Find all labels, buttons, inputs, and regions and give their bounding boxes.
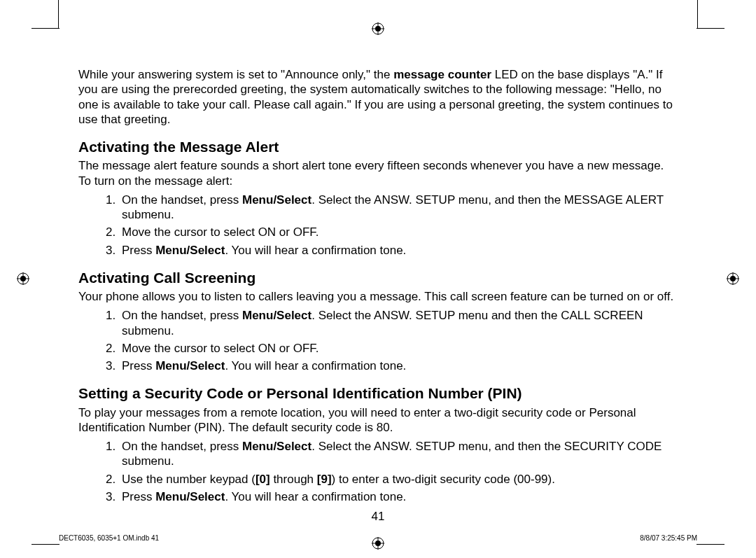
section-intro: The message alert feature sounds a short…	[78, 158, 678, 188]
page: While your answering system is set to "A…	[0, 0, 756, 558]
section-heading-call-screening: Activating Call Screening	[78, 269, 678, 287]
text: Press	[122, 490, 155, 503]
steps-list: On the handset, press Menu/Select. Selec…	[78, 308, 678, 373]
bold-text: Menu/Select	[242, 440, 312, 453]
text: While your answering system is set to "A…	[78, 68, 393, 81]
page-number: 41	[0, 509, 756, 524]
text: . You will hear a confirmation tone.	[225, 490, 406, 503]
step: Press Menu/Select. You will hear a confi…	[119, 489, 678, 504]
step: On the handset, press Menu/Select. Selec…	[119, 193, 678, 223]
crop-mark	[31, 544, 59, 545]
crop-mark	[697, 0, 698, 28]
section-heading-message-alert: Activating the Message Alert	[78, 138, 678, 156]
text: Press	[122, 359, 155, 372]
footer-filename: DECT6035, 6035+1 OM.indb 41	[59, 534, 159, 543]
bold-text: Menu/Select	[242, 309, 312, 322]
crop-mark	[696, 544, 724, 545]
body-text: While your answering system is set to "A…	[78, 67, 678, 507]
bold-text: Menu/Select	[155, 359, 225, 372]
step: Press Menu/Select. You will hear a confi…	[119, 243, 678, 258]
section-intro: Your phone allows you to listen to calle…	[78, 289, 678, 304]
bold-text: message counter	[393, 68, 491, 81]
bold-text: [9]	[317, 473, 332, 486]
bold-text: Menu/Select	[155, 490, 225, 503]
bold-text: Menu/Select	[155, 244, 225, 257]
registration-mark-icon	[372, 537, 384, 550]
steps-list: On the handset, press Menu/Select. Selec…	[78, 439, 678, 504]
step: On the handset, press Menu/Select. Selec…	[119, 439, 678, 469]
text: through	[270, 473, 317, 486]
text: On the handset, press	[122, 440, 242, 453]
bold-text: Menu/Select	[242, 193, 312, 207]
text: . You will hear a confirmation tone.	[225, 244, 406, 257]
crop-mark	[31, 28, 59, 29]
step: Press Menu/Select. You will hear a confi…	[119, 358, 678, 373]
step: On the handset, press Menu/Select. Selec…	[119, 308, 678, 338]
step: Move the cursor to select ON or OFF.	[119, 341, 678, 356]
crop-mark	[58, 0, 59, 28]
registration-mark-icon	[372, 22, 384, 35]
text: On the handset, press	[122, 193, 242, 207]
section-heading-security-code: Setting a Security Code or Personal Iden…	[78, 384, 678, 403]
section-intro: To play your messages from a remote loca…	[78, 405, 678, 435]
step: Use the number keypad ([0] through [9]) …	[119, 472, 678, 487]
text: Use the number keypad (	[122, 473, 255, 486]
intro-paragraph: While your answering system is set to "A…	[78, 67, 678, 127]
crop-mark	[696, 28, 724, 29]
steps-list: On the handset, press Menu/Select. Selec…	[78, 193, 678, 258]
registration-mark-icon	[727, 272, 739, 285]
registration-mark-icon	[17, 272, 29, 285]
step: Move the cursor to select ON or OFF.	[119, 225, 678, 239]
text: ) to enter a two-digit security code (00…	[332, 473, 555, 486]
text: . You will hear a confirmation tone.	[225, 359, 406, 372]
footer-timestamp: 8/8/07 3:25:45 PM	[640, 534, 697, 543]
text: On the handset, press	[122, 309, 242, 322]
bold-text: [0]	[255, 473, 270, 486]
text: Press	[122, 244, 155, 257]
